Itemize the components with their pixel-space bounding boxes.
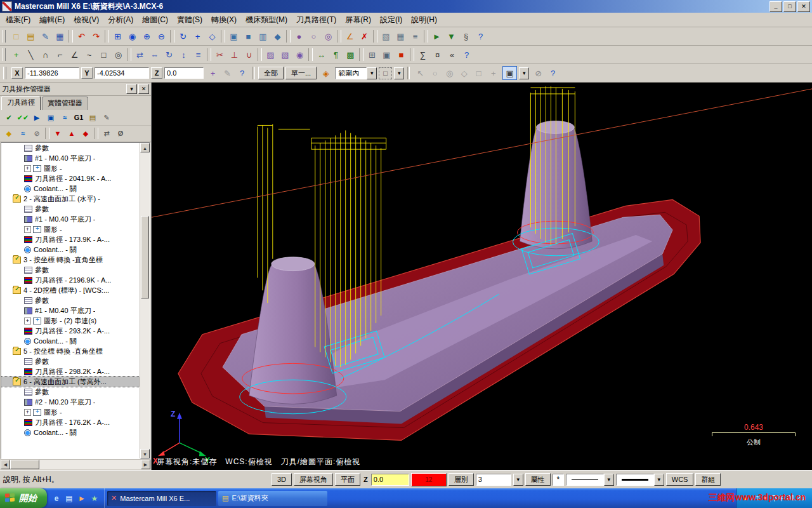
toggle-toolpath-display-icon[interactable]: ≈ bbox=[16, 127, 30, 140]
create-arc-icon[interactable]: ∩ bbox=[38, 48, 53, 62]
tree-item[interactable]: 2 - 高速曲面加工 (水平) - bbox=[1, 194, 140, 204]
panel-menu-button[interactable]: ▾ bbox=[126, 84, 137, 94]
3d-mode-button[interactable]: 3D bbox=[272, 473, 292, 486]
level-button[interactable]: 層別 bbox=[449, 473, 474, 486]
separator[interactable] bbox=[170, 30, 174, 43]
inside-shape-icon[interactable]: □ bbox=[379, 67, 392, 79]
expand-toggle-icon[interactable] bbox=[24, 318, 31, 324]
menu-item[interactable]: 檔案(F) bbox=[1, 13, 35, 27]
separator[interactable] bbox=[69, 30, 73, 43]
tree-item[interactable]: Coolant... - 關 bbox=[1, 244, 140, 255]
zoom-target-icon[interactable]: ◉ bbox=[125, 29, 140, 43]
separator[interactable] bbox=[127, 48, 131, 61]
attributes-star-box[interactable]: * bbox=[553, 474, 564, 486]
separator[interactable] bbox=[207, 48, 211, 61]
expand-toggle-icon[interactable] bbox=[24, 226, 31, 233]
tree-item[interactable]: 6 - 高速曲面加工 (等高外... bbox=[1, 377, 140, 387]
scrollbar-track[interactable] bbox=[39, 460, 141, 469]
gview-button[interactable]: 屏幕視角 bbox=[294, 473, 333, 486]
edit-operations-icon[interactable]: ✎ bbox=[100, 111, 114, 124]
tree-item[interactable]: 圖形 - bbox=[1, 407, 140, 417]
menu-item[interactable]: 分析(A) bbox=[103, 13, 138, 27]
note-icon[interactable]: ¶ bbox=[329, 48, 343, 62]
separator[interactable] bbox=[286, 30, 291, 43]
create-ellipse-icon[interactable]: ◎ bbox=[111, 48, 126, 62]
color-swatch-icon[interactable]: ■ bbox=[394, 48, 409, 62]
tree-item[interactable]: 刀具路徑 - 2196.9K - A... bbox=[1, 275, 140, 285]
backplot-icon[interactable]: ▶ bbox=[30, 111, 44, 124]
menu-item[interactable]: 刀具路徑(T) bbox=[292, 13, 341, 27]
tree-item[interactable]: Coolant... - 關 bbox=[1, 336, 140, 346]
separator[interactable] bbox=[424, 30, 428, 43]
selection-range-combo[interactable]: 範圍內 bbox=[335, 67, 377, 79]
separator[interactable] bbox=[258, 48, 262, 61]
scroll-down-icon[interactable] bbox=[140, 449, 150, 458]
maximize-button[interactable]: □ bbox=[783, 1, 796, 12]
z-coordinate-input[interactable] bbox=[164, 67, 204, 79]
regen-all-operations-icon[interactable]: ✔✔ bbox=[16, 111, 30, 124]
zoom-in-icon[interactable]: ⊕ bbox=[140, 29, 154, 43]
xform-mirror-icon[interactable]: ⇔ bbox=[147, 48, 162, 62]
gview-side-icon[interactable]: ▥ bbox=[256, 29, 270, 43]
line-style-combo[interactable] bbox=[566, 474, 614, 486]
fit-screen-icon[interactable]: ◇ bbox=[205, 29, 219, 43]
close-button[interactable]: ✕ bbox=[797, 1, 810, 12]
create-spline-icon[interactable]: ~ bbox=[82, 48, 96, 62]
select-single-button[interactable]: 單一... bbox=[285, 67, 317, 79]
chevron-down-icon[interactable] bbox=[604, 474, 614, 486]
tree-item[interactable]: 刀具路徑 - 293.2K - A-... bbox=[1, 326, 140, 336]
ie-icon[interactable]: e bbox=[51, 493, 62, 504]
scroll-up-icon[interactable] bbox=[140, 143, 150, 152]
lock-icon[interactable]: ◆ bbox=[2, 127, 16, 140]
separator[interactable] bbox=[410, 48, 414, 61]
post-icon[interactable]: G1 bbox=[72, 111, 86, 124]
y-coordinate-input[interactable] bbox=[95, 67, 149, 79]
menu-item[interactable]: 實體(S) bbox=[173, 13, 207, 27]
pan-icon[interactable]: + bbox=[190, 29, 205, 43]
toolpath-group-icon[interactable]: ► bbox=[429, 29, 444, 43]
create-chamfer-icon[interactable]: ∠ bbox=[67, 48, 82, 62]
tree-item[interactable]: 參數 bbox=[1, 265, 140, 275]
panel-tab[interactable]: 實體管理器 bbox=[42, 97, 88, 110]
delete-entity-icon[interactable]: ✗ bbox=[357, 29, 372, 43]
xform-translate-icon[interactable]: ⇄ bbox=[133, 48, 147, 62]
select-diamond-icon[interactable]: ◇ bbox=[457, 66, 471, 80]
analyze-icon[interactable]: ∠ bbox=[343, 29, 357, 43]
calculator-icon[interactable]: ∑ bbox=[416, 48, 430, 62]
zoom-window-icon[interactable]: ⊞ bbox=[110, 29, 125, 43]
x-axis-button[interactable]: X bbox=[11, 67, 23, 79]
attributes-button[interactable]: 屬性 bbox=[525, 473, 551, 486]
xform-offset-icon[interactable]: ≡ bbox=[191, 48, 206, 62]
tree-item[interactable]: 4 - 2D挖槽 (標準) - [WCS:... bbox=[1, 285, 140, 295]
task-button[interactable]: ▤ E:\新資料夾 bbox=[218, 491, 327, 506]
selection-help-icon[interactable]: ? bbox=[546, 66, 560, 80]
run-addin-icon[interactable]: § bbox=[459, 29, 473, 43]
insert-indicator-down-icon[interactable]: ▼ bbox=[51, 127, 65, 140]
groups-button[interactable]: 群組 bbox=[695, 473, 721, 486]
minimize-button[interactable]: _ bbox=[769, 1, 782, 12]
dynamic-rotate-icon[interactable]: ↻ bbox=[176, 29, 190, 43]
separator[interactable] bbox=[105, 30, 109, 43]
vertical-scrollbar[interactable] bbox=[140, 143, 150, 458]
tree-item[interactable]: #2 - M0.20 平底刀 - bbox=[1, 397, 140, 407]
planes-button[interactable]: 平面 bbox=[335, 473, 360, 486]
tree-item[interactable]: 參數 bbox=[1, 387, 140, 397]
tree-item[interactable]: 刀具路徑 - 176.2K - A-... bbox=[1, 417, 140, 427]
z-axis-button[interactable]: Z bbox=[151, 67, 162, 79]
break-icon[interactable]: ⊥ bbox=[227, 48, 242, 62]
redo-icon[interactable]: ↷ bbox=[89, 29, 103, 43]
select-all-button[interactable]: 全部 bbox=[258, 67, 284, 79]
machine-group-icon[interactable]: ▼ bbox=[444, 29, 459, 43]
layer-manager-icon[interactable]: ⊞ bbox=[365, 48, 379, 62]
panel-close-button[interactable]: ✕ bbox=[138, 84, 149, 94]
separator[interactable] bbox=[373, 30, 377, 43]
select-double-circle-icon[interactable]: ◎ bbox=[442, 66, 457, 80]
separator[interactable] bbox=[45, 128, 49, 139]
edit-icon[interactable]: ✎ bbox=[38, 29, 53, 43]
menu-item[interactable]: 設定(I) bbox=[376, 13, 407, 27]
tree-item[interactable]: 5 - 按坐標 轉換 -直角坐標 bbox=[1, 346, 140, 356]
tree-item[interactable]: 刀具路徑 - 2041.9K - A... bbox=[1, 173, 140, 184]
zoom-out-icon[interactable]: ⊖ bbox=[154, 29, 169, 43]
translucency-icon[interactable]: ◎ bbox=[321, 29, 336, 43]
graphics-viewport[interactable]: Z X Y 屏幕視角:未儲存 WCS:俯檢視 刀具/繪圖平面:俯檢視 0.643… bbox=[152, 83, 812, 470]
